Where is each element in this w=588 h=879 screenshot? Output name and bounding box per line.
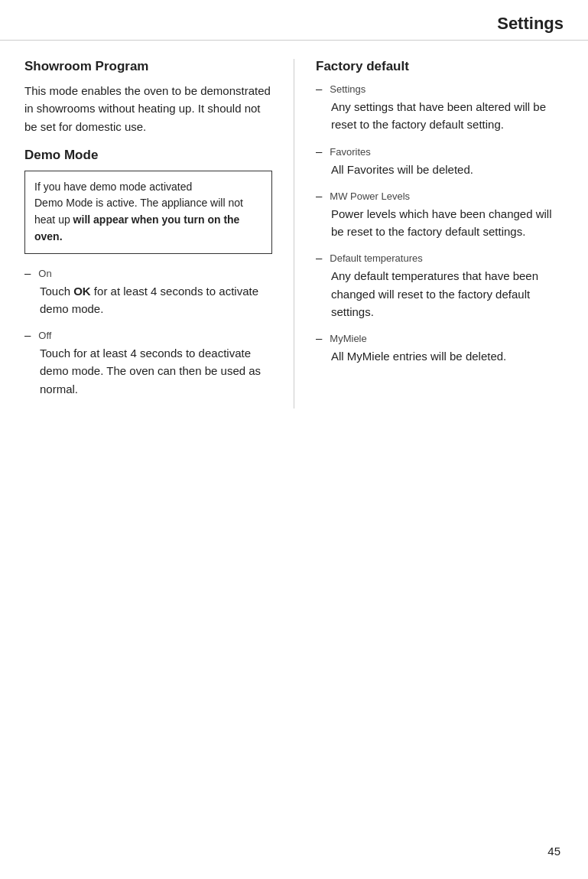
page-title: Settings [0, 0, 588, 41]
factory-item-1: –FavoritesAll Favorites will be deleted. [316, 145, 564, 178]
right-column: Factory default –SettingsAny settings th… [294, 59, 564, 409]
factory-item-row-2: –MW Power Levels [316, 189, 564, 202]
factory-item-label-3: Default temperatures [330, 252, 422, 264]
factory-dash-4: – [316, 331, 322, 344]
page-number: 45 [547, 845, 560, 858]
factory-item-row-0: –Settings [316, 82, 564, 95]
dash-off: – [24, 328, 31, 341]
demo-on-item: – On Touch OK for at least 4 seconds to … [24, 266, 272, 318]
factory-item-label-4: MyMiele [330, 333, 366, 344]
showroom-program-title: Showroom Program [24, 59, 272, 74]
factory-item-label-1: Favorites [330, 146, 370, 158]
factory-default-title: Factory default [316, 59, 564, 74]
factory-dash-1: – [316, 145, 322, 158]
factory-dash-3: – [316, 251, 322, 264]
showroom-program-body: This mode enables the oven to be demonst… [24, 82, 272, 135]
factory-item-4: –MyMieleAll MyMiele entries will be dele… [316, 331, 564, 365]
factory-item-label-0: Settings [330, 83, 365, 95]
factory-item-row-3: –Default temperatures [316, 251, 564, 264]
factory-item-row-4: –MyMiele [316, 331, 564, 344]
factory-dash-2: – [316, 189, 322, 202]
factory-item-3: –Default temperaturesAny default tempera… [316, 251, 564, 321]
dash-on: – [24, 266, 31, 279]
factory-item-2: –MW Power LevelsPower levels which have … [316, 189, 564, 241]
demo-off-body: Touch for at least 4 seconds to deactiva… [40, 344, 272, 398]
factory-item-body-4: All MyMiele entries will be deleted. [331, 347, 564, 365]
left-column: Showroom Program This mode enables the o… [24, 59, 272, 409]
factory-item-body-2: Power levels which have been changed wil… [331, 205, 564, 241]
demo-box-line1: If you have demo mode activated [34, 181, 192, 193]
demo-on-label: On [38, 268, 51, 279]
factory-item-0: –SettingsAny settings that have been alt… [316, 82, 564, 134]
demo-mode-box: If you have demo mode activated Demo Mod… [24, 171, 272, 254]
factory-item-body-3: Any default temperatures that have been … [331, 267, 564, 321]
demo-off-item: – Off Touch for at least 4 seconds to de… [24, 328, 272, 398]
factory-default-list: –SettingsAny settings that have been alt… [316, 82, 564, 365]
factory-item-body-1: All Favorites will be deleted. [331, 161, 564, 178]
page-content: Showroom Program This mode enables the o… [0, 41, 588, 427]
factory-item-body-0: Any settings that have been altered will… [331, 98, 564, 134]
demo-off-label: Off [38, 330, 51, 341]
factory-dash-0: – [316, 82, 322, 95]
demo-mode-title: Demo Mode [24, 148, 272, 163]
demo-on-body: Touch OK for at least 4 seconds to activ… [40, 282, 272, 318]
factory-item-row-1: –Favorites [316, 145, 564, 158]
factory-item-label-2: MW Power Levels [330, 190, 410, 202]
